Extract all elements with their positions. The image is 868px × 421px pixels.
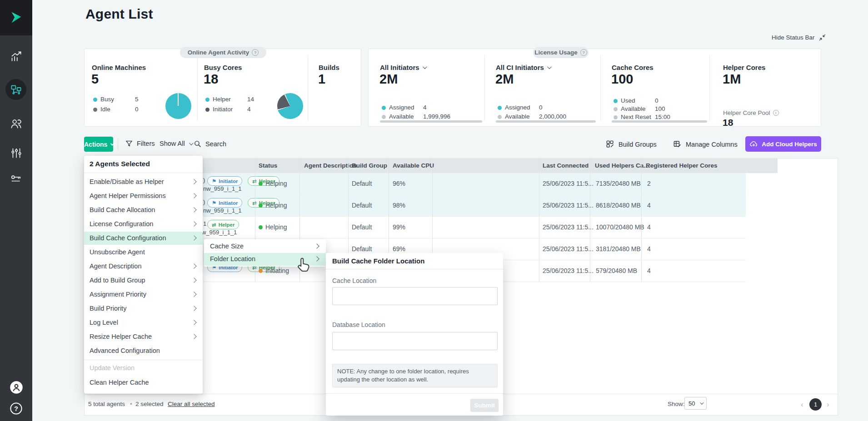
actions-button[interactable]: Actions (84, 137, 113, 152)
column-header-build-group[interactable]: Build Group (352, 162, 387, 169)
all-ci-initiators-usage-bar (496, 120, 596, 123)
stat-cache-cores-value: 100 (611, 72, 633, 87)
menu-item-add-to-build-group[interactable]: Add to Build Group (84, 274, 203, 287)
menu-item-build-cache-allocation[interactable]: Build Cache Allocation (84, 203, 203, 217)
available-dot (382, 115, 386, 119)
collapse-icon (818, 34, 826, 41)
status-dot (259, 269, 263, 273)
agents-icon (10, 84, 22, 96)
filters-button[interactable]: Filters (125, 140, 155, 147)
initiator-dot (205, 108, 210, 112)
sidebar-item-license[interactable] (0, 168, 32, 189)
stat-online-machines-value: 5 (91, 72, 99, 87)
logo-icon (8, 10, 25, 25)
swap-arrows-icon: ⇄ (212, 222, 216, 228)
clear-all-selected-link[interactable]: Clear all selected (168, 401, 215, 407)
menu-item-build-cache-configuration[interactable]: Build Cache Configuration (84, 232, 203, 245)
sidebar-item-users[interactable] (0, 113, 32, 134)
menu-item-update-version: Update Version (84, 362, 203, 375)
stat-all-ci-initiators-label[interactable]: All CI Initiators (496, 64, 550, 71)
chevron-right-icon (191, 235, 196, 240)
build-group-cell: Default (352, 180, 372, 187)
manage-columns-button[interactable]: Manage Columns (673, 140, 738, 149)
prev-page-button[interactable]: ‹ (801, 400, 803, 409)
menu-item-resize-helper-cache[interactable]: Resize Helper Cache (84, 330, 203, 343)
agent-name: nw_959_i_1_1 (203, 185, 242, 192)
column-header-registered-helper-cores[interactable]: Registered Helper Cores (646, 162, 718, 169)
column-header-status[interactable]: Status (259, 162, 277, 169)
initiator-badge: ⚑Initiator (207, 176, 242, 186)
current-page-indicator[interactable]: 1 (809, 398, 822, 411)
helper-badge: ⇄Helper (207, 220, 239, 229)
cache-location-label: Cache Location (332, 277, 376, 284)
stat-all-initiators-label[interactable]: All Initiators (380, 64, 426, 71)
next-page-button[interactable]: › (827, 400, 829, 409)
busy-dot (93, 98, 97, 102)
helper-core-pool-label: Helper Core Pool i (723, 109, 779, 116)
menu-item-clean-helper-cache[interactable]: Clean Helper Cache (84, 376, 203, 389)
menu-item-enable-disable-as-helper[interactable]: Enable/Disable as Helper (84, 175, 203, 188)
last-connected-cell: 25/06/2023 11:5... (543, 180, 594, 187)
column-header-available-cpu[interactable]: Available CPU (393, 162, 434, 169)
show-label: Show: (668, 401, 685, 407)
activity-badge-label: Online Agent Activity (188, 49, 249, 56)
database-location-input[interactable] (332, 332, 498, 350)
sidebar-item-help[interactable]: ? (0, 397, 32, 419)
users-icon (10, 118, 22, 130)
sidebar-item-analytics[interactable] (0, 45, 32, 67)
swap-arrows-icon: ⇄ (252, 178, 257, 184)
sliders-icon (10, 147, 22, 159)
help-circle-icon[interactable]: ? (580, 49, 587, 56)
sidebar-item-settings[interactable] (0, 142, 32, 164)
app-logo[interactable] (0, 0, 32, 35)
menu-item-agent-description[interactable]: Agent Description (84, 260, 203, 273)
online-agent-activity-panel: Online Agent Activity ? Online Machines … (84, 49, 361, 127)
chevron-right-icon (191, 179, 196, 184)
menu-item-assignment-priority[interactable]: Assignment Priority (84, 288, 203, 301)
online-machines-pie-chart (165, 93, 191, 119)
legend-helper: Helper 14 (205, 96, 264, 103)
status-dot (259, 225, 263, 229)
column-header-last-connected[interactable]: Last Connected (543, 162, 589, 169)
hide-status-bar-button[interactable]: Hide Status Bar (772, 34, 826, 41)
add-cloud-helpers-button[interactable]: Add Cloud Helpers (745, 136, 821, 152)
sidebar-item-account[interactable] (0, 376, 32, 398)
chevron-right-icon (191, 334, 196, 339)
stat-builds-value: 1 (318, 72, 325, 87)
help-icon: ? (10, 402, 23, 415)
search-button[interactable]: Search (194, 140, 226, 148)
chevron-down-icon (110, 142, 115, 146)
agent-name: nw_959_i_1_1 (203, 207, 242, 214)
sidebar-item-agents[interactable] (0, 79, 32, 100)
menu-item-build-priority[interactable]: Build Priority (84, 302, 203, 315)
dialog-title: Build Cache Folder Location (332, 257, 424, 265)
column-header-agent-description[interactable]: Agent Description (304, 162, 357, 169)
submit-button[interactable]: Submit (470, 399, 499, 412)
menu-item-agent-helper-permissions[interactable]: Agent Helper Permissions (84, 189, 203, 203)
page-title: Agent List (85, 6, 153, 22)
license-badge-label: License Usage (534, 49, 578, 56)
idle-dot (93, 108, 97, 112)
chevron-right-icon (191, 207, 196, 212)
build-cache-folder-location-dialog: Build Cache Folder Location Cache Locati… (326, 253, 503, 416)
page-size-select[interactable]: 50 (684, 397, 707, 410)
column-header-used-helpers[interactable]: Used Helpers Ca... (595, 162, 649, 169)
chevron-right-icon (191, 306, 196, 311)
build-groups-button[interactable]: Build Groups (606, 140, 657, 149)
menu-item-unsubscribe-agent[interactable]: Unsubscribe Agent (84, 246, 203, 259)
menu-item-log-level[interactable]: Log Level (84, 316, 203, 329)
submenu-item-cache-size[interactable]: Cache Size (204, 240, 326, 253)
chevron-right-icon (191, 221, 196, 226)
info-circle-icon[interactable]: i (773, 110, 779, 116)
show-all-dropdown[interactable]: Show All (160, 140, 192, 147)
cloud-plus-icon (749, 140, 758, 149)
chevron-right-icon (314, 243, 319, 248)
help-circle-icon[interactable]: ? (252, 49, 259, 56)
menu-item-license-configuration[interactable]: License Configuration (84, 218, 203, 231)
stat-cache-cores-label: Cache Cores (612, 64, 653, 71)
chevron-down-icon (189, 141, 194, 145)
cache-location-input[interactable] (332, 287, 498, 305)
menu-item-advanced-configuration[interactable]: Advanced Configuration (84, 344, 203, 357)
svg-text:?: ? (14, 405, 18, 412)
helper-dot (205, 98, 210, 102)
